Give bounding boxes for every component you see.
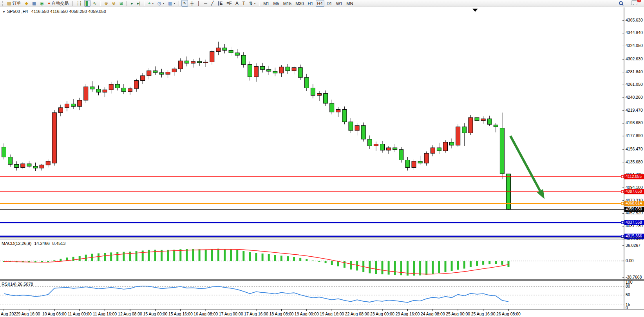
tf-w1-button-label: W1 [336, 1, 343, 6]
zoom-out-button[interactable]: ⊖ [110, 0, 117, 7]
candlestick-chart-button[interactable]: ▋ [84, 0, 90, 7]
candle-body [393, 148, 397, 150]
candle-body [355, 125, 359, 130]
chart-window[interactable]: 4365.6304344.8404324.0504302.6304281.840… [0, 7, 644, 317]
level-handle[interactable] [621, 190, 624, 193]
levels-layer[interactable]: 4112.0554087.6504068.6144059.0504037.558… [0, 174, 644, 239]
candle-body [367, 139, 372, 146]
periods-button[interactable]: ◷▾ [156, 0, 166, 7]
auto-scroll-button[interactable]: ▸ [129, 0, 135, 7]
candle-body [134, 81, 139, 89]
chart-shift-button[interactable]: ▸| [136, 0, 142, 7]
candle-body [424, 153, 429, 163]
templates-button[interactable]: ▥▾ [166, 0, 177, 7]
line-chart-icon: ∿ [93, 1, 96, 5]
candle-body [241, 55, 246, 65]
candle-body [475, 118, 479, 121]
tf-m30-button-label: M30 [295, 1, 304, 6]
candle-body [109, 84, 113, 90]
macd-pane: 36.02670.00-38.7668 [0, 243, 642, 279]
candle-body [128, 89, 132, 92]
level-price-label: 4112.055 [626, 174, 642, 179]
candle-body [166, 72, 170, 74]
candle-body [40, 165, 44, 168]
candle-body [279, 67, 284, 73]
candle-body [115, 84, 119, 88]
equidistant-channel-button[interactable]: ∥E [216, 0, 224, 7]
crosshair-button[interactable]: ┼ [189, 0, 195, 7]
horizontal-line-button[interactable]: ─ [203, 0, 209, 7]
rsi-axis-label: 50 [626, 292, 630, 297]
periods-clock-icon: ◷ [157, 1, 161, 5]
vertical-line-button[interactable]: │ [196, 0, 202, 7]
tf-h1-button[interactable]: H1 [306, 0, 315, 7]
toolbar: ▤订单◆▦◉●自动交易┆┆▋∿⊕⊖⊞▸▸|+▾◷▾▥▾↖┼│─╱∥E≡FAT⇅▾… [0, 0, 644, 7]
tf-m30-button[interactable]: M30 [294, 0, 305, 7]
tf-d1-button[interactable]: D1 [325, 0, 334, 7]
new-order-button[interactable]: ▤订单 [5, 0, 22, 7]
dropdown-arrow-icon: ▾ [152, 2, 154, 5]
level-handle[interactable] [621, 235, 624, 237]
fibonacci-button[interactable]: ≡F [225, 0, 233, 7]
time-tick-label: 23 Aug 16:00 [395, 312, 420, 316]
candle-body [399, 150, 403, 160]
time-tick-label: 17 Aug 00:00 [219, 312, 243, 316]
chat-button[interactable]: 1 [630, 0, 639, 7]
tf-m15-button[interactable]: M15 [282, 0, 293, 7]
candle-body [27, 164, 31, 166]
level-handle[interactable] [621, 221, 624, 224]
tf-h4-button[interactable]: H4 [316, 0, 324, 7]
level-price-label: 4037.558 [626, 220, 642, 225]
level-price-label: 4059.050 [626, 207, 642, 211]
tf-w1-button[interactable]: W1 [335, 0, 344, 7]
search-button[interactable] [617, 0, 625, 7]
candle-body [216, 48, 221, 51]
tf-m1-button[interactable]: M1 [262, 0, 271, 7]
bar-chart-button[interactable]: ┆┆ [75, 0, 83, 7]
chat-icon [631, 0, 637, 5]
time-tick-label: 11 Aug 00:00 [68, 312, 92, 316]
signals-button[interactable]: ◉ [38, 0, 45, 7]
zoom-in-button[interactable]: ⊕ [103, 0, 109, 7]
candle-body [260, 66, 265, 69]
add-indicator-button[interactable]: +▾ [147, 0, 155, 7]
tf-m5-button[interactable]: M5 [271, 0, 280, 7]
tf-m1-button-label: M1 [263, 1, 269, 6]
market-watch-button[interactable]: ▦ [31, 0, 38, 7]
arrow-tools-button[interactable]: ⇅▾ [247, 0, 257, 7]
candle-body [443, 142, 448, 151]
macd-axis-label: -38.7668 [626, 275, 642, 279]
down-arrow-annotation[interactable] [510, 136, 545, 199]
time-tick-label: 25 Aug 00:00 [446, 312, 470, 316]
tile-windows-button[interactable]: ⊞ [118, 0, 125, 7]
candle-body [437, 148, 441, 151]
auto-scroll-icon: ▸ [131, 1, 133, 5]
toolbar-grip [2, 1, 4, 6]
chart-canvas[interactable]: 4365.6304344.8404324.0504302.6304281.840… [0, 7, 644, 317]
level-handle[interactable] [621, 202, 624, 205]
autotrading-button[interactable]: ●自动交易 [46, 0, 71, 7]
text-button[interactable]: A [234, 0, 240, 7]
search-icon [619, 1, 623, 5]
chart-shift-marker-icon[interactable] [472, 9, 478, 12]
candle-body [78, 100, 82, 107]
cursor-button[interactable]: ↖ [181, 0, 188, 7]
candle-body [90, 87, 94, 89]
line-chart-button[interactable]: ∿ [91, 0, 98, 7]
macd-axis-label: 0.00 [626, 258, 634, 263]
toolbar-separator [259, 1, 260, 6]
candle-body [52, 112, 56, 163]
autotrading-button-label: 自动交易 [52, 0, 69, 6]
level-handle[interactable] [621, 176, 624, 178]
candle-body [456, 127, 460, 145]
signals-icon: ◉ [40, 1, 44, 5]
text-label-button[interactable]: T [241, 0, 247, 7]
tf-mn-button[interactable]: MN [345, 0, 355, 7]
chart-profiles-button[interactable]: ◆ [23, 0, 29, 7]
candle-body [450, 142, 454, 145]
trendline-button[interactable]: ╱ [210, 0, 215, 7]
time-axis[interactable]: Aug 20229 Aug 16:0010 Aug 08:0011 Aug 00… [1, 309, 521, 316]
price-tick-label: 4135.680 [626, 159, 643, 164]
chart-shift-icon: ▸| [137, 1, 140, 5]
time-tick-label: 24 Aug 08:00 [421, 312, 445, 316]
